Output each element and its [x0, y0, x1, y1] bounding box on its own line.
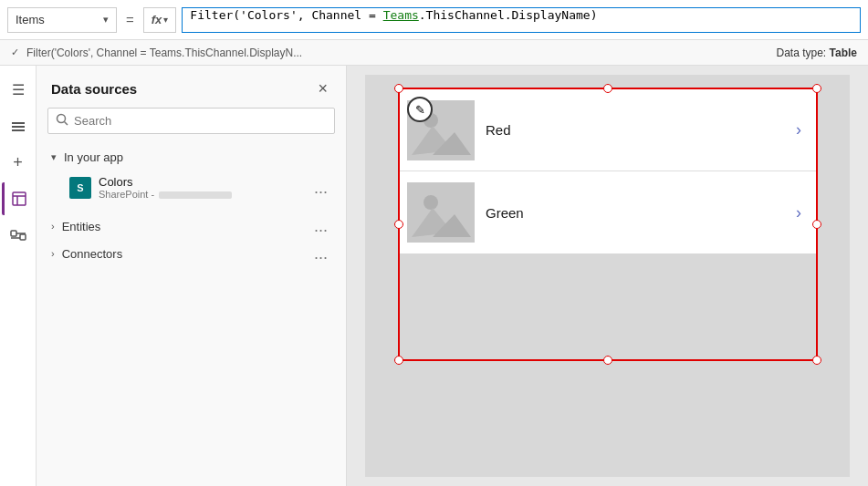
- svg-rect-1: [12, 126, 25, 128]
- entities-label: Entities: [62, 220, 101, 233]
- menu-icon: ☰: [12, 81, 25, 98]
- fx-icon: fx: [152, 13, 162, 26]
- formula-bar: Items ▾ = fx ▾ Filter('Colors', Channel …: [0, 0, 868, 40]
- list-item-image-green: [407, 182, 475, 243]
- formula-suffix: .ThisChannel.DisplayName): [419, 8, 598, 22]
- handle-top-right[interactable]: [812, 84, 821, 93]
- layers-icon: [10, 118, 26, 134]
- formula-prefix: Filter('Colors', Channel =: [190, 8, 382, 22]
- handle-middle-right[interactable]: [812, 220, 821, 229]
- data-type-value: Table: [830, 47, 857, 59]
- in-your-app-header[interactable]: ▾ In your app: [37, 145, 346, 170]
- main-area: ☰ +: [0, 66, 868, 486]
- check-icon: ✓: [11, 47, 19, 58]
- in-your-app-section: ▾ In your app S Colors SharePoint - ..: [37, 145, 346, 212]
- colors-icon: S: [69, 177, 91, 199]
- connectors-menu[interactable]: ...: [310, 245, 331, 262]
- entities-section[interactable]: › Entities ...: [37, 212, 346, 240]
- connectors-chevron: ›: [51, 248, 55, 259]
- name-box-value: Items: [16, 13, 45, 26]
- svg-rect-7: [20, 234, 26, 240]
- entities-chevron: ›: [51, 221, 55, 232]
- svg-point-10: [58, 115, 66, 123]
- data-icon-btn[interactable]: [2, 182, 35, 215]
- handle-middle-left[interactable]: [394, 220, 403, 229]
- add-icon-btn[interactable]: +: [2, 146, 35, 179]
- list-container[interactable]: ✎ Red: [398, 88, 818, 361]
- connectors-expand: › Connectors: [51, 247, 122, 261]
- svg-rect-6: [11, 231, 16, 236]
- colors-icon-text: S: [77, 182, 83, 193]
- equals-sign: =: [122, 12, 138, 27]
- formula-teams-word: Teams: [383, 8, 419, 22]
- edit-icon-button[interactable]: ✎: [407, 97, 433, 122]
- name-box[interactable]: Items ▾: [7, 7, 117, 33]
- svg-rect-2: [12, 129, 25, 131]
- search-input[interactable]: [74, 114, 327, 128]
- edit-pencil-icon: ✎: [415, 103, 425, 117]
- colors-item-menu[interactable]: ...: [310, 180, 331, 196]
- controls-icon: [10, 227, 26, 243]
- fx-dropdown-arrow[interactable]: ▾: [163, 15, 168, 25]
- svg-point-17: [424, 195, 438, 210]
- list-item-label-green: Green: [486, 205, 785, 221]
- entities-menu[interactable]: ...: [310, 218, 331, 234]
- list-items-area: Red › Green: [400, 89, 816, 253]
- section-chevron: ▾: [51, 151, 57, 163]
- svg-rect-0: [12, 122, 25, 124]
- close-button[interactable]: ×: [314, 78, 331, 98]
- list-item-chevron-red: ›: [796, 120, 801, 140]
- handle-top-center[interactable]: [603, 84, 612, 93]
- colors-item-sub: SharePoint -: [99, 189, 303, 200]
- search-box[interactable]: [47, 108, 335, 134]
- formula-text: Filter('Colors', Channel = Teams.ThisCha…: [190, 8, 597, 22]
- handle-bottom-right[interactable]: [812, 356, 821, 365]
- svg-rect-3: [13, 192, 26, 205]
- add-icon: +: [13, 153, 23, 172]
- sidebar-icons: ☰ +: [0, 66, 37, 486]
- svg-line-11: [65, 122, 68, 126]
- fx-button[interactable]: fx ▾: [143, 7, 177, 33]
- data-type-prefix: Data type:: [777, 47, 827, 59]
- panel-header: Data sources ×: [37, 66, 346, 108]
- connectors-section[interactable]: › Connectors ...: [37, 240, 346, 267]
- controls-icon-btn[interactable]: [2, 219, 35, 252]
- list-item-label-red: Red: [486, 122, 785, 138]
- search-icon: [56, 113, 68, 129]
- colors-item-info: Colors SharePoint -: [99, 175, 303, 200]
- data-icon: [11, 191, 27, 207]
- entities-expand: › Entities: [51, 220, 100, 233]
- list-item-green[interactable]: Green ›: [400, 171, 816, 253]
- mountain-image-placeholder-green: [407, 182, 475, 243]
- formula-preview-text: Filter('Colors', Channel = Teams.ThisCha…: [26, 47, 302, 59]
- colors-data-item[interactable]: S Colors SharePoint - ...: [37, 170, 346, 205]
- handle-bottom-center[interactable]: [603, 356, 612, 365]
- colors-item-name: Colors: [99, 175, 303, 189]
- list-item-red[interactable]: Red ›: [400, 89, 816, 171]
- connectors-label: Connectors: [62, 247, 122, 261]
- data-sources-panel: Data sources × ▾ In your app: [37, 66, 347, 486]
- sub-formula-bar: ✓ Filter('Colors', Channel = Teams.ThisC…: [0, 40, 868, 66]
- list-item-chevron-green: ›: [796, 203, 801, 222]
- data-type-label: Data type: Table: [777, 47, 858, 59]
- layers-icon-btn[interactable]: [2, 109, 35, 142]
- panel-title: Data sources: [51, 81, 137, 97]
- canvas-area: ✎ Red: [347, 66, 868, 486]
- formula-input[interactable]: Filter('Colors', Channel = Teams.ThisCha…: [182, 7, 861, 33]
- handle-bottom-left[interactable]: [394, 356, 403, 365]
- menu-icon-btn[interactable]: ☰: [2, 73, 35, 106]
- in-your-app-label: In your app: [64, 150, 123, 164]
- handle-top-left[interactable]: [394, 84, 403, 93]
